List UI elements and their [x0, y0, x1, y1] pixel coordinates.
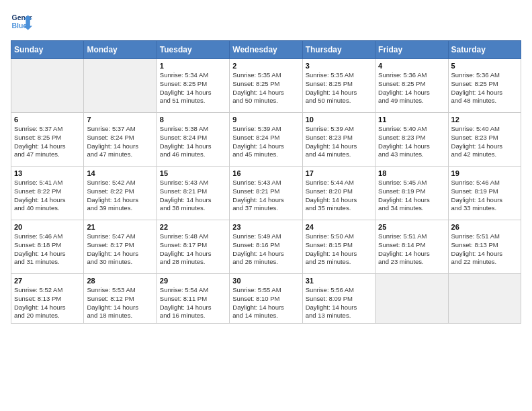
day-number: 26 — [451, 223, 518, 231]
day-number: 15 — [160, 169, 226, 177]
calendar-cell: 21Sunrise: 5:47 AMSunset: 8:17 PMDayligh… — [84, 220, 157, 274]
day-number: 18 — [378, 169, 445, 177]
day-info: Sunrise: 5:52 AMSunset: 8:13 PMDaylight:… — [14, 286, 81, 320]
calendar-cell: 18Sunrise: 5:45 AMSunset: 8:19 PMDayligh… — [375, 167, 448, 220]
weekday-header: Friday — [375, 41, 448, 59]
day-number: 14 — [87, 169, 153, 177]
day-info: Sunrise: 5:37 AMSunset: 8:25 PMDaylight:… — [14, 125, 81, 159]
svg-text:Blue: Blue — [12, 22, 28, 30]
calendar-cell: 26Sunrise: 5:51 AMSunset: 8:13 PMDayligh… — [448, 220, 521, 274]
calendar-cell: 11Sunrise: 5:40 AMSunset: 8:23 PMDayligh… — [375, 113, 448, 167]
calendar-cell: 8Sunrise: 5:38 AMSunset: 8:24 PMDaylight… — [157, 113, 229, 167]
calendar-cell: 15Sunrise: 5:43 AMSunset: 8:21 PMDayligh… — [157, 167, 229, 220]
day-info: Sunrise: 5:43 AMSunset: 8:21 PMDaylight:… — [160, 179, 226, 213]
calendar-cell: 27Sunrise: 5:52 AMSunset: 8:13 PMDayligh… — [11, 274, 84, 324]
day-info: Sunrise: 5:49 AMSunset: 8:16 PMDaylight:… — [232, 232, 299, 267]
calendar-cell: 13Sunrise: 5:41 AMSunset: 8:22 PMDayligh… — [11, 167, 84, 220]
calendar-cell: 12Sunrise: 5:40 AMSunset: 8:23 PMDayligh… — [448, 113, 521, 167]
calendar-cell: 22Sunrise: 5:48 AMSunset: 8:17 PMDayligh… — [157, 220, 229, 274]
calendar-cell: 7Sunrise: 5:37 AMSunset: 8:24 PMDaylight… — [84, 113, 157, 167]
day-info: Sunrise: 5:54 AMSunset: 8:11 PMDaylight:… — [160, 286, 226, 320]
calendar-cell — [375, 274, 448, 324]
day-number: 16 — [232, 169, 299, 177]
day-info: Sunrise: 5:35 AMSunset: 8:25 PMDaylight:… — [232, 71, 299, 105]
calendar-cell: 17Sunrise: 5:44 AMSunset: 8:20 PMDayligh… — [302, 167, 375, 220]
calendar-cell: 25Sunrise: 5:51 AMSunset: 8:14 PMDayligh… — [375, 220, 448, 274]
day-info: Sunrise: 5:35 AMSunset: 8:25 PMDaylight:… — [306, 71, 372, 105]
day-info: Sunrise: 5:46 AMSunset: 8:18 PMDaylight:… — [14, 232, 81, 267]
day-number: 25 — [378, 223, 445, 231]
day-info: Sunrise: 5:43 AMSunset: 8:21 PMDaylight:… — [232, 179, 299, 213]
day-number: 7 — [87, 116, 153, 124]
logo-icon: General Blue — [11, 11, 32, 32]
day-info: Sunrise: 5:50 AMSunset: 8:15 PMDaylight:… — [306, 232, 372, 267]
day-number: 8 — [160, 116, 226, 124]
calendar-cell: 31Sunrise: 5:56 AMSunset: 8:09 PMDayligh… — [302, 274, 375, 324]
day-number: 19 — [451, 169, 518, 177]
day-info: Sunrise: 5:42 AMSunset: 8:22 PMDaylight:… — [87, 179, 153, 213]
day-info: Sunrise: 5:47 AMSunset: 8:17 PMDaylight:… — [87, 232, 153, 267]
calendar-cell: 4Sunrise: 5:36 AMSunset: 8:25 PMDaylight… — [375, 59, 448, 113]
day-number: 29 — [160, 277, 226, 285]
calendar-cell: 1Sunrise: 5:34 AMSunset: 8:25 PMDaylight… — [157, 59, 229, 113]
day-number: 17 — [306, 169, 372, 177]
logo: General Blue — [11, 11, 32, 32]
calendar-cell — [11, 59, 84, 113]
day-number: 28 — [87, 277, 153, 285]
day-number: 9 — [232, 116, 299, 124]
calendar-cell: 2Sunrise: 5:35 AMSunset: 8:25 PMDaylight… — [230, 59, 302, 113]
day-number: 24 — [306, 223, 372, 231]
day-number: 2 — [232, 62, 299, 70]
day-info: Sunrise: 5:36 AMSunset: 8:25 PMDaylight:… — [451, 71, 518, 105]
day-info: Sunrise: 5:36 AMSunset: 8:25 PMDaylight:… — [378, 71, 445, 105]
calendar-cell: 3Sunrise: 5:35 AMSunset: 8:25 PMDaylight… — [302, 59, 375, 113]
calendar-cell: 24Sunrise: 5:50 AMSunset: 8:15 PMDayligh… — [302, 220, 375, 274]
day-number: 11 — [378, 116, 445, 124]
calendar-cell: 28Sunrise: 5:53 AMSunset: 8:12 PMDayligh… — [84, 274, 157, 324]
day-number: 1 — [160, 62, 226, 70]
calendar-cell — [84, 59, 157, 113]
day-info: Sunrise: 5:37 AMSunset: 8:24 PMDaylight:… — [87, 125, 153, 159]
day-number: 31 — [306, 277, 372, 285]
day-info: Sunrise: 5:38 AMSunset: 8:24 PMDaylight:… — [160, 125, 226, 159]
weekday-header: Wednesday — [230, 41, 302, 59]
day-number: 21 — [87, 223, 153, 231]
day-info: Sunrise: 5:44 AMSunset: 8:20 PMDaylight:… — [306, 179, 372, 213]
calendar-cell: 19Sunrise: 5:46 AMSunset: 8:19 PMDayligh… — [448, 167, 521, 220]
calendar-cell: 20Sunrise: 5:46 AMSunset: 8:18 PMDayligh… — [11, 220, 84, 274]
weekday-header: Saturday — [448, 41, 521, 59]
day-info: Sunrise: 5:34 AMSunset: 8:25 PMDaylight:… — [160, 71, 226, 105]
page-header: General Blue — [11, 11, 521, 32]
calendar-cell: 5Sunrise: 5:36 AMSunset: 8:25 PMDaylight… — [448, 59, 521, 113]
day-number: 13 — [14, 169, 81, 177]
calendar-cell: 30Sunrise: 5:55 AMSunset: 8:10 PMDayligh… — [230, 274, 302, 324]
day-number: 23 — [232, 223, 299, 231]
day-number: 6 — [14, 116, 81, 124]
day-info: Sunrise: 5:46 AMSunset: 8:19 PMDaylight:… — [451, 179, 518, 213]
day-number: 27 — [14, 277, 81, 285]
day-number: 4 — [378, 62, 445, 70]
calendar-cell: 29Sunrise: 5:54 AMSunset: 8:11 PMDayligh… — [157, 274, 229, 324]
calendar-cell: 6Sunrise: 5:37 AMSunset: 8:25 PMDaylight… — [11, 113, 84, 167]
weekday-header: Sunday — [11, 41, 84, 59]
day-info: Sunrise: 5:53 AMSunset: 8:12 PMDaylight:… — [87, 286, 153, 320]
calendar-cell: 16Sunrise: 5:43 AMSunset: 8:21 PMDayligh… — [230, 167, 302, 220]
day-info: Sunrise: 5:40 AMSunset: 8:23 PMDaylight:… — [451, 125, 518, 159]
calendar-cell: 10Sunrise: 5:39 AMSunset: 8:23 PMDayligh… — [302, 113, 375, 167]
day-info: Sunrise: 5:48 AMSunset: 8:17 PMDaylight:… — [160, 232, 226, 267]
weekday-header: Tuesday — [157, 41, 229, 59]
calendar-cell: 9Sunrise: 5:39 AMSunset: 8:24 PMDaylight… — [230, 113, 302, 167]
day-info: Sunrise: 5:56 AMSunset: 8:09 PMDaylight:… — [306, 286, 372, 320]
calendar-cell: 14Sunrise: 5:42 AMSunset: 8:22 PMDayligh… — [84, 167, 157, 220]
calendar-cell — [448, 274, 521, 324]
day-number: 5 — [451, 62, 518, 70]
day-number: 12 — [451, 116, 518, 124]
calendar-table: SundayMondayTuesdayWednesdayThursdayFrid… — [11, 40, 521, 324]
day-info: Sunrise: 5:40 AMSunset: 8:23 PMDaylight:… — [378, 125, 445, 159]
weekday-header: Monday — [84, 41, 157, 59]
weekday-header: Thursday — [302, 41, 375, 59]
day-info: Sunrise: 5:51 AMSunset: 8:13 PMDaylight:… — [451, 232, 518, 267]
day-info: Sunrise: 5:55 AMSunset: 8:10 PMDaylight:… — [232, 286, 299, 320]
day-number: 22 — [160, 223, 226, 231]
day-number: 20 — [14, 223, 81, 231]
